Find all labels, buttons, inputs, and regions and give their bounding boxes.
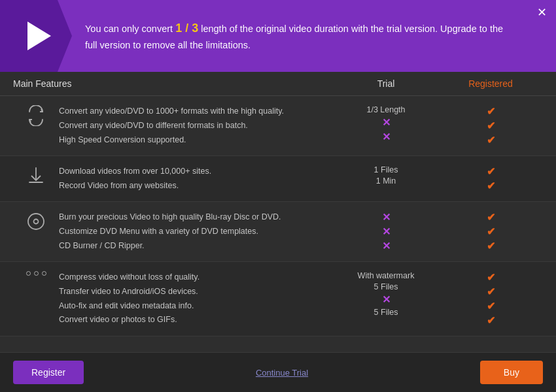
download-registered: ✔ ✔ [438, 165, 543, 192]
check-icon: ✔ [487, 225, 495, 238]
convert-icon [26, 105, 46, 126]
table-row: Compress video without loss of quality. … [0, 262, 556, 336]
burn-registered: ✔ ✔ ✔ [438, 211, 543, 252]
feature-desc: Convert video or photos to GIFs. [59, 314, 334, 326]
trial-value: 1/3 Length [366, 105, 405, 114]
dots-icon [26, 271, 46, 276]
check-icon: ✔ [487, 105, 495, 118]
cross-icon: ✕ [382, 240, 391, 252]
header-banner: You can only convert 1 / 3 length of the… [0, 0, 556, 72]
header-message: You can only convert 1 / 3 length of the… [85, 19, 517, 53]
other-features: Compress video without loss of quality. … [59, 271, 334, 326]
svg-point-2 [34, 220, 39, 224]
feature-desc: CD Burner / CD Ripper. [59, 240, 334, 252]
check-icon: ✔ [487, 271, 495, 284]
trial-value: 1 Min [376, 176, 396, 186]
dot [26, 271, 31, 276]
feature-desc: Convert any video/DVD to 1000+ formats w… [59, 105, 334, 118]
feature-desc: Customize DVD Menu with a variety of DVD… [59, 225, 334, 238]
convert-registered: ✔ ✔ ✔ [438, 105, 543, 146]
svg-point-1 [28, 214, 44, 229]
table-row: Convert any video/DVD to 1000+ formats w… [0, 96, 556, 156]
check-icon: ✔ [487, 211, 495, 223]
cross-icon: ✕ [382, 293, 391, 306]
disc-icon [26, 211, 46, 232]
check-icon: ✔ [487, 165, 495, 178]
dot [34, 271, 39, 276]
cross-icon: ✕ [382, 116, 391, 129]
features-table: Main Features Trial Registered Convert a… [0, 72, 556, 352]
trial-value: 1 Files [374, 165, 398, 174]
check-icon: ✔ [487, 120, 495, 132]
col-header-trial: Trial [334, 78, 438, 89]
convert-icon-cell [13, 105, 59, 126]
burn-trial: ✕ ✕ ✕ [334, 211, 438, 252]
check-icon: ✔ [487, 314, 495, 327]
table-row: Burn your precious Video to high quality… [0, 202, 556, 262]
check-icon: ✔ [487, 134, 495, 146]
register-button[interactable]: Register [13, 361, 84, 384]
convert-trial: 1/3 Length ✕ ✕ [334, 105, 438, 143]
trial-fraction: 1 / 3 [175, 22, 198, 35]
check-icon: ✔ [487, 180, 495, 192]
burn-features: Burn your precious Video to high quality… [59, 211, 334, 252]
table-header-row: Main Features Trial Registered [0, 72, 556, 96]
cross-icon: ✕ [382, 225, 391, 238]
dot [42, 271, 46, 276]
buy-button[interactable]: Buy [480, 361, 543, 384]
download-features: Download videos from over 10,000+ sites.… [59, 165, 334, 192]
logo-chevron [0, 0, 72, 72]
trial-value: With watermark [358, 271, 415, 280]
play-icon [27, 22, 51, 50]
feature-desc: Burn your precious Video to high quality… [59, 211, 334, 223]
cross-icon: ✕ [382, 131, 391, 143]
message-prefix: You can only convert [85, 24, 175, 34]
trial-value: 5 Files [374, 308, 398, 317]
footer: Register Continue Trial Buy [0, 352, 556, 392]
col-header-main: Main Features [13, 78, 334, 89]
dots-icon-cell [13, 271, 59, 276]
other-registered: ✔ ✔ ✔ ✔ [438, 271, 543, 327]
download-trial: 1 Files 1 Min [334, 165, 438, 186]
trial-value: 5 Files [374, 282, 398, 291]
check-icon: ✔ [487, 300, 495, 312]
col-header-registered: Registered [438, 78, 543, 89]
close-button[interactable]: ✕ [537, 7, 547, 18]
other-trial: With watermark 5 Files ✕ 5 Files [334, 271, 438, 317]
check-icon: ✔ [487, 286, 495, 298]
feature-desc: Compress video without loss of quality. [59, 271, 334, 284]
cross-icon: ✕ [382, 211, 391, 223]
convert-features: Convert any video/DVD to 1000+ formats w… [59, 105, 334, 146]
feature-desc: Download videos from over 10,000+ sites. [59, 165, 334, 178]
feature-desc: Convert any video/DVD to different forma… [59, 120, 334, 132]
continue-trial-button[interactable]: Continue Trial [256, 368, 308, 378]
feature-desc: High Speed Conversion supported. [59, 134, 334, 146]
dialog: You can only convert 1 / 3 length of the… [0, 0, 556, 392]
feature-desc: Auto-fix and edit video metadata info. [59, 300, 334, 312]
table-row: Download videos from over 10,000+ sites.… [0, 156, 556, 202]
download-icon-cell [13, 165, 59, 186]
table-body: Convert any video/DVD to 1000+ formats w… [0, 96, 556, 352]
check-icon: ✔ [487, 240, 495, 252]
download-icon [26, 165, 46, 186]
feature-desc: Transfer video to Android/iOS devices. [59, 286, 334, 298]
feature-desc: Record Video from any websites. [59, 180, 334, 192]
disc-icon-cell [13, 211, 59, 232]
